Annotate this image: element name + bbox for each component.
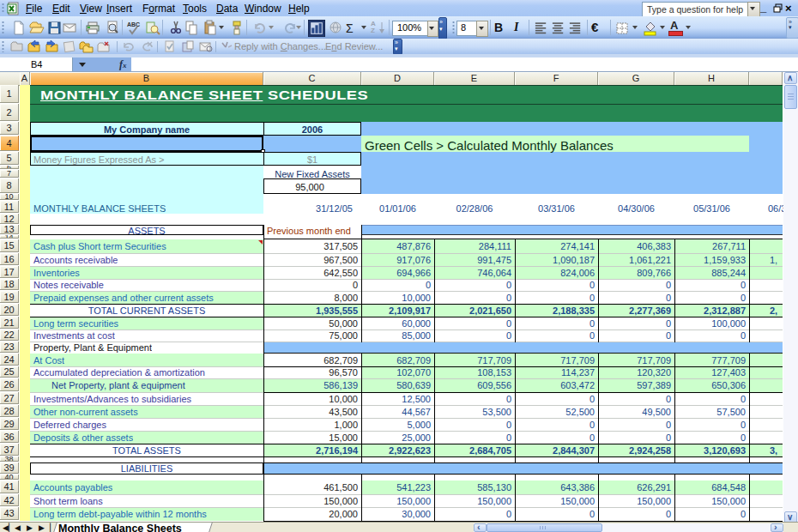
svg-text:ABC: ABC — [127, 21, 140, 27]
